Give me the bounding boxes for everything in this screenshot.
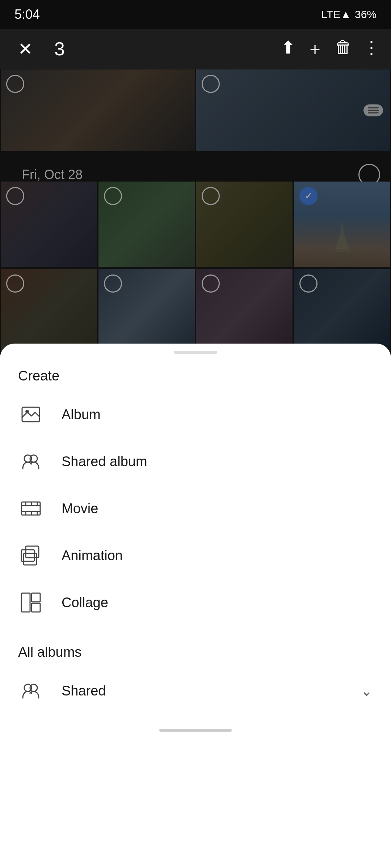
battery-icon: 36% xyxy=(355,8,377,21)
album-item[interactable]: Album xyxy=(0,391,391,438)
shared-album-icon xyxy=(18,449,43,474)
album-icon xyxy=(18,402,43,427)
divider xyxy=(0,630,391,630)
collage-icon xyxy=(18,590,43,615)
svg-rect-21 xyxy=(31,603,40,612)
all-albums-section: All albums Shared ⌄ xyxy=(0,634,391,714)
movie-label: Movie xyxy=(62,501,98,516)
delete-icon[interactable]: 🗑 xyxy=(335,37,352,60)
svg-rect-19 xyxy=(21,593,30,612)
bottom-sheet: Create Album Shared xyxy=(0,344,391,868)
add-icon[interactable]: ＋ xyxy=(306,37,324,60)
animation-item[interactable]: Animation xyxy=(0,532,391,579)
svg-point-4 xyxy=(25,410,29,413)
create-section-title: Create xyxy=(0,357,391,391)
movie-icon xyxy=(18,496,43,521)
bottom-indicator-bar xyxy=(159,729,232,732)
status-time: 5:04 xyxy=(14,7,40,22)
animation-label: Animation xyxy=(62,548,123,563)
album-label: Album xyxy=(62,407,101,422)
chevron-down-icon[interactable]: ⌄ xyxy=(361,682,373,699)
shared-icon xyxy=(18,678,43,703)
shared-album-label: Shared album xyxy=(62,454,147,469)
status-icons: LTE▲ 36% xyxy=(321,8,377,21)
network-icon: LTE▲ xyxy=(321,8,351,21)
svg-rect-20 xyxy=(31,593,40,602)
action-bar: ✕ 3 ⬆ ＋ 🗑 ⋮ xyxy=(0,29,391,69)
shared-album-item[interactable]: Shared album xyxy=(0,438,391,485)
all-albums-title: All albums xyxy=(0,634,391,667)
status-bar: 5:04 LTE▲ 36% xyxy=(0,0,391,29)
animation-icon xyxy=(18,543,43,568)
movie-item[interactable]: Movie xyxy=(0,485,391,532)
collage-item[interactable]: Collage xyxy=(0,579,391,626)
selection-count: 3 xyxy=(47,38,274,60)
shared-label: Shared xyxy=(62,683,106,699)
shared-album-row[interactable]: Shared ⌄ xyxy=(0,667,391,714)
create-section: Create Album Shared xyxy=(0,357,391,626)
close-icon: ✕ xyxy=(18,39,33,59)
share-icon[interactable]: ⬆ xyxy=(281,37,295,60)
action-icons: ⬆ ＋ 🗑 ⋮ xyxy=(281,37,380,60)
more-icon[interactable]: ⋮ xyxy=(363,37,380,60)
close-button[interactable]: ✕ xyxy=(11,39,40,59)
drag-handle[interactable] xyxy=(174,351,217,354)
collage-label: Collage xyxy=(62,595,108,610)
